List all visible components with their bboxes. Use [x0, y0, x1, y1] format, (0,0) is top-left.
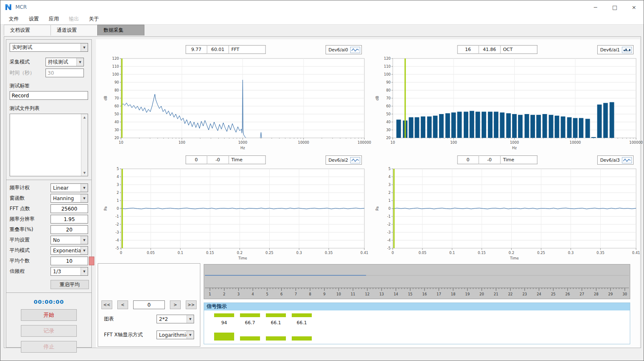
svg-text:0.2: 0.2: [509, 251, 515, 255]
svg-text:70: 70: [114, 96, 119, 100]
setting-label: FFT 点数: [10, 205, 51, 212]
test-mode-combo[interactable]: 实时测试 ▼: [10, 43, 88, 52]
svg-text:0.3: 0.3: [296, 251, 302, 255]
signal-block-ch1: [214, 333, 234, 341]
chart-layout-combo[interactable]: 2*2 ▼: [157, 315, 194, 323]
fft-settings-group: 频率计权Linear▼窗函数Hanning▼FFT 点数频率分辨率重叠率(%)平…: [6, 180, 91, 292]
cursor-y-readout: 41.86: [479, 45, 500, 54]
time-chart-ai2[interactable]: -5-4-3-2-101234500.050.10.150.20.250.30.…: [103, 166, 372, 261]
svg-text:120: 120: [384, 56, 391, 61]
page-number-input[interactable]: [133, 300, 165, 309]
svg-text:6: 6: [280, 292, 283, 296]
chevron-down-icon: ▼: [187, 331, 194, 339]
fft-points-input[interactable]: [51, 204, 88, 213]
setting-row-fft-points: FFT 点数: [10, 204, 88, 213]
svg-text:0.1: 0.1: [177, 251, 183, 255]
first-page-button[interactable]: <<: [101, 300, 112, 309]
channel-selector[interactable]: Dev6/ai3: [597, 155, 634, 165]
time-chart-ai3[interactable]: -5-4-3-2-101234500.050.10.150.20.250.30.…: [374, 166, 644, 261]
svg-text:21: 21: [494, 292, 498, 296]
menu-item-application[interactable]: 应用: [44, 14, 64, 24]
timeline-strip[interactable]: 1234567891011121314151617181920212223242…: [204, 264, 630, 299]
svg-text:Time: Time: [510, 256, 519, 260]
svg-text:2: 2: [389, 191, 391, 195]
svg-text:-4: -4: [387, 238, 391, 242]
overlap-rate-input[interactable]: [51, 225, 88, 234]
avg-setting-combo[interactable]: No▼: [51, 236, 88, 244]
svg-text:19: 19: [465, 292, 470, 296]
svg-text:0: 0: [391, 251, 394, 255]
time-seconds-label: 时间（秒）: [10, 69, 45, 76]
freq-resolution-input[interactable]: [51, 215, 88, 224]
prev-page-button[interactable]: <: [117, 300, 128, 309]
record-button[interactable]: 记录: [21, 325, 77, 337]
svg-text:4: 4: [389, 175, 391, 179]
svg-text:80: 80: [386, 88, 391, 92]
channel-name: Dev6/ai0: [328, 47, 348, 52]
svg-text:0.35: 0.35: [325, 251, 333, 255]
fft-xaxis-combo[interactable]: Logarithmic ▼: [157, 330, 194, 339]
test-label-input[interactable]: [10, 91, 88, 100]
svg-text:5: 5: [389, 167, 391, 171]
run-control-group: 00:00:00 开始 记录 停止: [6, 292, 91, 356]
setting-label: 平均模式: [10, 247, 51, 254]
avg-count-input[interactable]: [51, 257, 88, 265]
maximize-icon[interactable]: □: [605, 0, 624, 14]
minimize-icon[interactable]: −: [586, 0, 605, 14]
freq-weighting-combo[interactable]: Linear▼: [51, 183, 88, 192]
channel-selector[interactable]: Dev6/ai1: [597, 45, 634, 54]
octave-band-combo[interactable]: 1/3▼: [51, 267, 88, 276]
svg-text:10000: 10000: [570, 140, 581, 145]
scroll-up-icon[interactable]: ▲: [81, 114, 88, 120]
svg-text:0.35: 0.35: [596, 251, 604, 255]
svg-text:0.25: 0.25: [537, 251, 545, 255]
svg-text:11: 11: [351, 292, 355, 296]
list-scrollbar[interactable]: ▲ ▼: [81, 114, 88, 176]
chevron-down-icon: ▼: [81, 194, 88, 202]
svg-text:100000: 100000: [629, 140, 643, 145]
menu-item-file[interactable]: 文件: [4, 14, 24, 24]
svg-text:Pa: Pa: [104, 206, 108, 211]
time-seconds-input[interactable]: [45, 69, 84, 77]
setting-row-avg-mode: 平均模式Exponential▼: [10, 246, 88, 255]
start-button[interactable]: 开始: [21, 309, 77, 321]
test-file-list[interactable]: ▲ ▼: [10, 114, 88, 176]
tab-document-settings[interactable]: 文档设置: [4, 25, 51, 36]
svg-text:50: 50: [114, 112, 119, 116]
scroll-down-icon[interactable]: ▼: [81, 170, 88, 176]
last-page-button[interactable]: >>: [186, 300, 197, 309]
tab-data-acquisition[interactable]: 数据采集: [97, 25, 144, 36]
close-icon[interactable]: ×: [624, 0, 644, 14]
channel-selector[interactable]: Dev6/ai0: [326, 45, 362, 54]
svg-text:3: 3: [237, 292, 240, 296]
avg-count-status-indicator: [89, 257, 94, 265]
chevron-down-icon: ▼: [81, 236, 88, 244]
next-page-button[interactable]: >: [170, 300, 181, 309]
svg-text:100: 100: [112, 72, 119, 76]
channel-selector[interactable]: Dev6/ai2: [326, 155, 362, 165]
menu-item-settings[interactable]: 设置: [24, 14, 44, 24]
avg-mode-combo[interactable]: Exponential▼: [51, 246, 88, 255]
window-function-combo[interactable]: Hanning▼: [51, 194, 88, 203]
tab-channel-settings[interactable]: 通道设置: [51, 25, 98, 36]
setting-label: 频率计权: [10, 184, 51, 191]
svg-text:24: 24: [537, 292, 541, 296]
time-chart-header: 0 -0 Time Dev6/ai3: [368, 155, 639, 164]
chart-type-label: Time: [500, 155, 537, 164]
svg-text:10: 10: [391, 140, 395, 145]
menu-item-about[interactable]: 关于: [84, 14, 104, 24]
tab-row: 文档设置通道设置数据采集: [0, 25, 644, 36]
svg-text:1: 1: [209, 292, 211, 296]
svg-text:0.2: 0.2: [237, 251, 243, 255]
svg-text:3: 3: [117, 183, 119, 187]
acq-mode-combo[interactable]: 持续测试 ▼: [45, 58, 84, 66]
oct-chart[interactable]: 2030405060708090100110120101001000100001…: [374, 56, 644, 150]
signal-panel-title: 信号指示: [204, 303, 630, 310]
svg-text:12: 12: [365, 292, 370, 296]
svg-text:29: 29: [608, 292, 613, 296]
svg-text:26: 26: [565, 292, 570, 296]
fft-chart[interactable]: 2030405060708090100110120101001000100001…: [103, 56, 372, 150]
stop-button[interactable]: 停止: [21, 341, 77, 353]
restart-average-button[interactable]: 重启平均: [51, 280, 89, 289]
svg-text:-5: -5: [387, 246, 391, 250]
